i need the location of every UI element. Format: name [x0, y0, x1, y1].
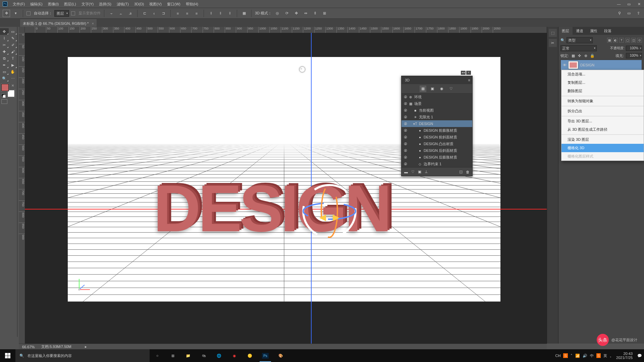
3d-text-object[interactable]: DESIGN [153, 171, 389, 246]
volume-icon[interactable]: 🔊 [583, 354, 587, 358]
context-menu-item[interactable]: 渲染 3D 图层 [561, 135, 644, 144]
menu-filter[interactable]: 滤镜(T) [114, 0, 131, 8]
tab-paragraph[interactable]: 段落 [601, 27, 615, 35]
doc-info-menu-icon[interactable]: ▸ [85, 345, 87, 349]
menu-view[interactable]: 视图(V) [147, 0, 164, 8]
autoselect-checkbox[interactable] [26, 11, 31, 15]
align-hcenter-icon[interactable]: ⫞ [150, 10, 158, 17]
filter-pixel-icon[interactable]: ▩ [607, 38, 612, 43]
share-icon[interactable]: ⇪ [635, 9, 642, 17]
context-menu-item[interactable]: 转换为智能对象 [561, 97, 644, 105]
blend-mode-select[interactable]: 正常 [560, 45, 597, 51]
3d-tree-item[interactable]: ⦿●DESIGN 凸出材质 [401, 140, 472, 147]
swap-colors-icon[interactable]: ⤭ [11, 84, 14, 87]
3d-tree-item[interactable]: ⦿▦场景 [401, 100, 472, 107]
menu-help[interactable]: 帮助(H) [183, 0, 201, 8]
panel-menu-icon[interactable]: ≡ [468, 78, 470, 82]
context-menu-item[interactable]: 栅格化 3D [561, 144, 644, 152]
menu-type[interactable]: 文字(Y) [79, 0, 97, 8]
ruler-origin[interactable] [19, 27, 25, 33]
ime-punct[interactable]: 。 [610, 353, 613, 358]
context-menu-item[interactable]: 复制图层... [561, 78, 644, 87]
filter-material-icon[interactable]: ◉ [438, 85, 445, 92]
panel-collapse-icon[interactable]: ◂◂ [461, 71, 466, 75]
minimize-btn[interactable]: — [614, 0, 624, 8]
ruler-vertical[interactable]: 0501001502002503003504004505005506006507… [19, 27, 25, 344]
menu-select[interactable]: 选择(S) [96, 0, 114, 8]
photoshop-taskbar-icon[interactable]: Ps [258, 349, 273, 362]
align-vcenter-icon[interactable]: ⫠ [117, 10, 124, 17]
ruler-horizontal[interactable]: 0501001502002503003504004505005506006507… [25, 27, 547, 33]
align-bottom-icon[interactable]: ⫡ [126, 10, 134, 17]
dist-bottom-icon[interactable]: ≡ [193, 10, 200, 17]
lock-all-icon[interactable]: 🔒 [590, 54, 594, 58]
restore-btn[interactable]: ▭ [624, 0, 634, 8]
ime-en[interactable]: 英 [603, 353, 607, 358]
collapsed-panel-icon[interactable]: ⬚ [549, 29, 557, 37]
layer-row-design[interactable]: 👁 DESIGN [560, 60, 642, 70]
menu-edit[interactable]: 编辑(E) [28, 0, 45, 8]
3d-scale-icon[interactable]: ⊞ [321, 10, 328, 17]
panel-close-icon[interactable]: × [466, 71, 471, 75]
close-btn[interactable]: ✕ [634, 0, 644, 8]
network-icon[interactable]: 📶 [575, 354, 580, 358]
layer-visibility-icon[interactable]: 👁 [561, 63, 568, 67]
dist-right-icon[interactable]: ⦀ [226, 10, 233, 17]
arrange-icon[interactable]: ▭ [625, 9, 633, 17]
dist-hcenter-icon[interactable]: ⦀ [217, 10, 224, 17]
3d-tree-item[interactable]: ⦿■当前视图 [401, 107, 472, 114]
context-menu-item[interactable]: 从 3D 图层生成工作路径 [561, 125, 644, 134]
lock-artboard-icon[interactable]: ⊕ [584, 54, 588, 58]
brush-tool[interactable]: 🖌 [9, 48, 17, 55]
lock-position-icon[interactable]: ✜ [577, 54, 582, 58]
tab-layers[interactable]: 图层 [558, 27, 573, 35]
filter-type-icon[interactable]: T [619, 38, 624, 43]
ime-indicator[interactable]: CH [555, 354, 560, 358]
context-menu-item[interactable]: 导出 3D 图层... [561, 117, 644, 125]
3d-camera-icon[interactable]: ▣ [418, 170, 421, 174]
browser-icon[interactable]: 🌐 [211, 349, 227, 362]
3d-plane-icon[interactable]: ▬ [404, 170, 408, 174]
3d-new-icon[interactable]: ◫ [459, 170, 463, 174]
tab-properties[interactable]: 属性 [587, 27, 601, 35]
quick-select-tool[interactable]: ✎ [9, 35, 17, 42]
hand-tool[interactable]: ✋ [9, 68, 17, 75]
ime-badge[interactable]: S [563, 353, 568, 358]
3d-pan-icon[interactable]: ✥ [292, 10, 300, 17]
3d-ground-icon[interactable]: ⊥ [425, 170, 428, 174]
start-button[interactable] [0, 349, 15, 362]
tool-preset-icon[interactable]: ▾ [12, 10, 19, 17]
3d-tree-item[interactable]: ⦿▾TDESIGN [401, 120, 472, 127]
menu-file[interactable]: 文件(F) [10, 0, 28, 8]
context-menu-item[interactable]: 拆分凸出 [561, 107, 644, 115]
move-tool[interactable]: ✥ [0, 28, 9, 35]
music-icon[interactable]: ◉ [227, 349, 242, 362]
notification-icon[interactable]: 💬 [637, 354, 642, 358]
fill-field[interactable]: 100% [626, 53, 642, 58]
3d-roll-icon[interactable]: ⟳ [283, 10, 290, 17]
3d-slide-icon[interactable]: ⇔ [302, 10, 309, 17]
align-left-icon[interactable]: ⊏ [141, 10, 148, 17]
marquee-tool[interactable]: ▭ [9, 28, 17, 35]
filter-scene-icon[interactable]: ▦ [420, 85, 426, 92]
3d-tree-item[interactable]: ⦿☀无限光 1 [401, 114, 472, 120]
more-tools[interactable]: ⋯ [9, 75, 17, 82]
search-icon[interactable]: ⚲ [616, 9, 623, 17]
3d-tree-item[interactable]: ⦿◇边界约束 1 [401, 161, 472, 167]
lasso-tool[interactable]: ⌇ [0, 35, 9, 42]
menu-window[interactable]: 窗口(W) [164, 0, 183, 8]
opacity-field[interactable]: 100% [626, 46, 642, 51]
shape-tool[interactable]: ▭ [0, 68, 9, 75]
eyedropper-tool[interactable]: ✐ [9, 42, 17, 48]
layer-thumbnail[interactable] [568, 61, 578, 69]
explorer-icon[interactable]: 📁 [180, 349, 196, 362]
menu-layer[interactable]: 图层(L) [61, 0, 78, 8]
3d-orbit-icon[interactable]: ◎ [274, 10, 281, 17]
menu-3d[interactable]: 3D(D) [131, 0, 147, 8]
transform-checkbox[interactable] [71, 11, 75, 15]
3d-tree-item[interactable]: ⦿●DESIGN 后斜面材质 [401, 147, 472, 154]
3d-light-add-icon[interactable]: ♡ [411, 170, 415, 174]
healing-tool[interactable]: ✚ [0, 48, 9, 55]
move-tool-indicator-icon[interactable]: ✥ [3, 10, 10, 17]
filter-toggle[interactable]: ⊙ [637, 38, 642, 43]
